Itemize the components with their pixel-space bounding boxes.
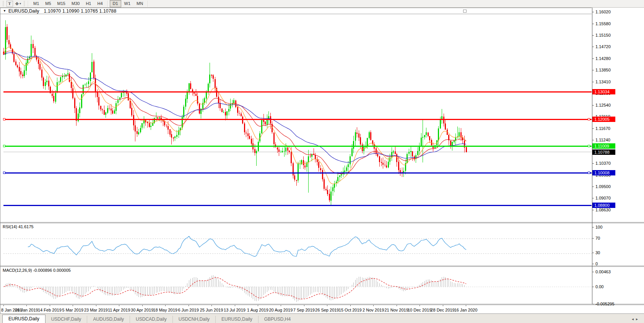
chart-tab-usdcad-daily[interactable]: USDCAD,Daily — [130, 316, 172, 323]
price-axis-label: 1.14720 — [595, 44, 611, 49]
hline-handle[interactable] — [588, 145, 590, 147]
hline-handle[interactable] — [3, 172, 5, 174]
axis-tick — [592, 12, 594, 12]
rsi-panel[interactable]: RSI(14) 41.6175 — [0, 222, 644, 266]
price-axis-label: 1.09070 — [595, 196, 611, 200]
date-tick — [420, 305, 420, 306]
date-axis-label: 7 Sep 2019 — [293, 308, 315, 312]
timeframe-button-w1[interactable]: W1 — [121, 0, 134, 7]
axis-tick — [592, 35, 594, 36]
price-axis-label: 1.08630 — [595, 208, 611, 212]
price-axis-label: 1.15580 — [595, 21, 611, 26]
date-tick — [96, 305, 96, 306]
trading-platform-window: T ❖ ▾ M1M5M15M30H1H4D1W1MN ▼ EURUSD,Dail… — [0, 0, 644, 323]
timeframe-button-h4[interactable]: H4 — [94, 0, 106, 7]
macd-axis-label: 0.00 — [595, 284, 603, 289]
toolbar-separator — [28, 1, 29, 7]
hline-handle[interactable] — [588, 118, 590, 120]
chart-tab-gbpusd-h4[interactable]: GBPUSD,H4 — [258, 316, 296, 323]
toolbar-separator — [107, 1, 108, 7]
axis-tick — [592, 58, 594, 59]
hline-handle[interactable] — [3, 145, 5, 147]
price-axis-label: 1.11240 — [595, 138, 610, 142]
date-axis-label: 18 May 2019 — [153, 308, 177, 312]
date-tick — [373, 305, 374, 306]
toolbar-grip[interactable] — [3, 1, 4, 6]
axis-tick — [592, 253, 594, 253]
rsi-axis-label: 70 — [595, 236, 600, 240]
date-tick — [258, 305, 258, 306]
date-axis-label: 1 Aug 2019 — [247, 308, 268, 312]
date-axis-label: 28 Dec 2019 — [431, 308, 454, 312]
axis-tick — [592, 210, 594, 210]
date-tick — [235, 305, 235, 306]
text-label-tool-button[interactable]: T — [6, 0, 13, 7]
timeframe-button-h1[interactable]: H1 — [83, 0, 94, 7]
objects-tool-button[interactable]: ❖ ▾ — [14, 0, 22, 7]
tab-scroll-left-icon[interactable]: ◂ — [632, 317, 636, 321]
date-tick — [73, 305, 73, 306]
chart-tab-usdcnh-daily[interactable]: USDCNH,Daily — [172, 316, 215, 323]
date-axis-label: 5 Mar 2019 — [62, 308, 84, 312]
chevron-down-icon: ▾ — [20, 2, 21, 5]
date-axis-label: 23 Mar 2019 — [84, 308, 108, 312]
axis-tick — [592, 304, 594, 304]
axis-tick — [592, 24, 594, 24]
price-axis-label: 1.09500 — [595, 184, 611, 189]
date-tick — [281, 305, 281, 306]
timeframe-button-m15[interactable]: M15 — [54, 0, 68, 7]
date-axis-label: 30 Apr 2019 — [131, 308, 153, 312]
axis-tick — [592, 128, 594, 129]
axis-tick — [592, 105, 594, 106]
date-axis[interactable]: 8 Jan 201926 Jan 201914 Feb 20195 Mar 20… — [0, 304, 644, 313]
hline-handle[interactable] — [3, 118, 5, 120]
current-price-tag: 1.10788 — [592, 149, 615, 155]
date-tick — [211, 305, 212, 306]
date-tick — [327, 305, 327, 306]
axis-tick — [592, 272, 594, 272]
timeframe-button-m5[interactable]: M5 — [42, 0, 54, 7]
date-axis-label: 2 Nov 2019 — [363, 308, 384, 312]
price-axis-label: 1.16020 — [595, 10, 611, 14]
macd-axis-label: 0.00463 — [595, 269, 611, 274]
price-axis-label: 1.12540 — [595, 103, 611, 107]
axis-tick — [592, 287, 594, 287]
toolbar-grip[interactable] — [24, 1, 25, 6]
date-tick — [443, 305, 443, 306]
timeframe-button-d1[interactable]: D1 — [110, 0, 121, 7]
axis-tick — [592, 198, 594, 198]
hline-handle[interactable] — [588, 172, 590, 174]
timeframe-button-mn[interactable]: MN — [133, 0, 146, 7]
price-axis-label: 1.10370 — [595, 161, 611, 166]
rsi-axis-label: 30 — [595, 250, 600, 255]
date-axis-label: 11 Apr 2019 — [108, 308, 130, 312]
date-axis-label: 26 Sep 2019 — [315, 308, 339, 312]
timeframe-button-m30[interactable]: M30 — [68, 0, 83, 7]
axis-tick — [592, 227, 594, 227]
date-tick — [350, 305, 351, 306]
chart-tab-eurusd-daily[interactable]: EURUSD,Daily — [215, 316, 258, 323]
candles — [3, 20, 467, 205]
date-axis-label: 15 Oct 2019 — [339, 308, 362, 312]
date-axis-label: 25 Jun 2019 — [200, 308, 223, 312]
top-toolbar: T ❖ ▾ M1M5M15M30H1H4D1W1MN — [0, 0, 644, 8]
date-axis-label: 26 Jan 2019 — [15, 308, 38, 312]
rsi-label: RSI(14) 41.6175 — [3, 224, 34, 229]
chart-tab-bar: EURUSD,DailyUSDCHF,DailyAUDUSD,DailyUSDC… — [0, 313, 644, 323]
chart-tab-eurusd-daily[interactable]: EURUSD,Daily — [2, 315, 46, 323]
chart-window: ▼ EURUSD,Daily 1.10970 1.10990 1.10765 1… — [0, 8, 644, 323]
macd-axis-label: -0.005295 — [595, 302, 615, 306]
price-axis-label: 1.13410 — [595, 80, 611, 84]
tab-scroll-arrows[interactable]: ◂▸ — [632, 317, 640, 321]
axis-tick — [592, 238, 594, 239]
timeframe-button-m1[interactable]: M1 — [30, 0, 42, 7]
chart-tab-usdchf-daily[interactable]: USDCHF,Daily — [46, 316, 87, 323]
chart-tab-audusd-daily[interactable]: AUDUSD,Daily — [87, 316, 130, 323]
date-axis-label: 6 Jun 2019 — [178, 308, 198, 312]
date-tick — [3, 305, 4, 306]
date-tick — [165, 305, 166, 306]
macd-panel[interactable]: MACD(12,26,9) -0.000896 0.000005 — [0, 266, 644, 304]
chart-shift-marker[interactable] — [463, 10, 466, 12]
tab-scroll-right-icon[interactable]: ▸ — [636, 317, 640, 321]
candlestick-chart[interactable] — [0, 8, 644, 222]
